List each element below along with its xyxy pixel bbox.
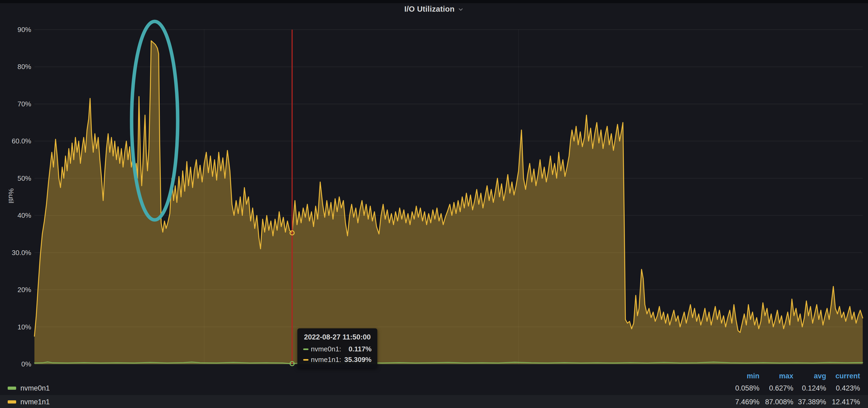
tooltip-row: nvme1n1:35.309% [303,355,372,364]
y-tick-label: 30.0% [2,249,31,257]
legend-row-nvme1n1[interactable]: nvme1n17.469%87.008%37.389%12.417% [0,395,868,408]
tooltip-rows: nvme0n1:0.117%nvme1n1:35.309% [303,345,372,364]
y-tick-label: 20% [2,286,31,294]
page-top-strip [0,0,868,3]
legend-swatch-icon[interactable] [8,400,16,404]
legend-series-name[interactable]: nvme1n1 [21,398,50,406]
tooltip-series-label: nvme0n1: [311,345,341,353]
y-axis-title: %util [7,189,15,203]
legend-stat-max: 87.008% [765,398,793,406]
y-tick-label: 70% [2,100,31,108]
tooltip-series-value: 35.309% [344,355,372,364]
y-tick-label: 90% [2,26,31,34]
y-tick-label: 50% [2,174,31,182]
legend-header-min[interactable]: min [747,370,760,381]
panel-title: I/O Utilization [404,5,455,13]
chart-tooltip: 2022-08-27 11:50:00 nvme0n1:0.117%nvme1n… [298,328,377,368]
series-color-dash-icon [303,359,309,361]
timeseries-chart[interactable] [34,30,863,364]
y-tick-label: 40% [2,211,31,219]
legend-stat-avg: 37.389% [798,398,826,406]
y-tick-label: 0% [2,360,31,368]
legend-header-current[interactable]: current [835,370,860,381]
tooltip-timestamp: 2022-08-27 11:50:00 [303,333,372,341]
legend-stat-max: 0.627% [769,384,793,393]
legend-stat-avg: 0.124% [802,384,826,393]
panel-header[interactable]: I/O Utilization [0,3,868,15]
tooltip-series-value: 0.117% [348,345,372,353]
chevron-down-icon[interactable] [458,7,464,12]
tooltip-row: nvme0n1:0.117% [303,345,372,353]
legend-series-name[interactable]: nvme0n1 [21,384,50,393]
series-color-dash-icon [303,348,309,350]
legend-header-max[interactable]: max [779,370,793,381]
legend-stat-min: 7.469% [735,398,760,406]
y-tick-label: 10% [2,323,31,331]
legend-stat-current: 0.423% [836,384,860,393]
plot-area[interactable] [34,30,863,364]
legend-stat-current: 12.417% [832,398,860,406]
legend-header-avg[interactable]: avg [814,370,826,381]
tooltip-series-label: nvme1n1: [311,355,341,364]
legend-row-nvme0n1[interactable]: nvme0n10.058%0.627%0.124%0.423% [0,381,868,395]
y-tick-label: 60.0% [2,137,31,145]
legend-swatch-icon[interactable] [8,386,16,390]
legend-stat-min: 0.058% [735,384,760,393]
grafana-panel: I/O Utilization %util 90%80%70%60.0%50%4… [0,0,868,408]
y-tick-label: 80% [2,63,31,71]
